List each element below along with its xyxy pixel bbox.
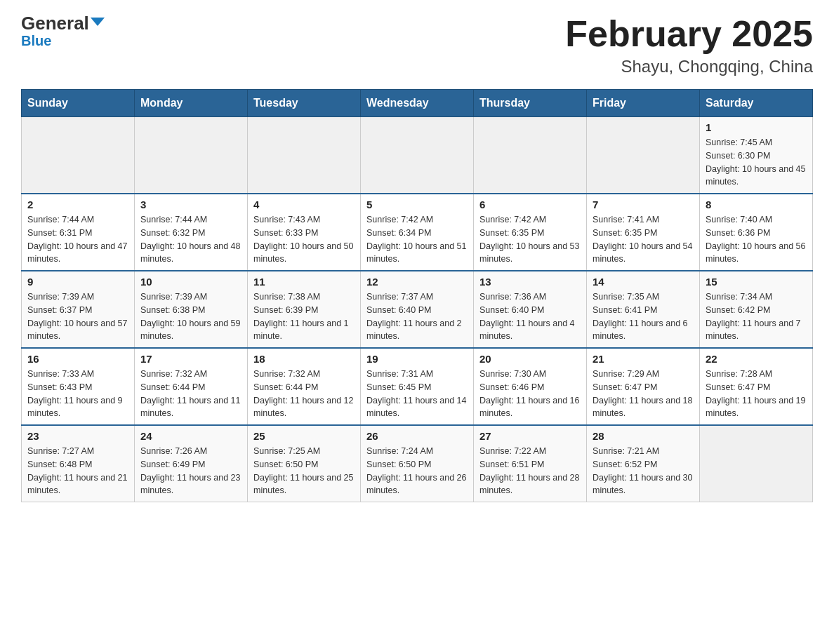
calendar-week-row: 2Sunrise: 7:44 AMSunset: 6:31 PMDaylight… bbox=[22, 194, 813, 271]
calendar-cell bbox=[361, 117, 474, 194]
calendar-cell: 16Sunrise: 7:33 AMSunset: 6:43 PMDayligh… bbox=[22, 348, 135, 425]
calendar-cell: 24Sunrise: 7:26 AMSunset: 6:49 PMDayligh… bbox=[135, 425, 248, 502]
day-number: 26 bbox=[366, 430, 468, 442]
day-of-week-header: Wednesday bbox=[361, 90, 474, 117]
calendar-cell: 13Sunrise: 7:36 AMSunset: 6:40 PMDayligh… bbox=[474, 271, 587, 348]
day-info: Sunrise: 7:27 AMSunset: 6:48 PMDaylight:… bbox=[27, 445, 128, 497]
calendar-cell: 28Sunrise: 7:21 AMSunset: 6:52 PMDayligh… bbox=[587, 425, 700, 502]
day-number: 6 bbox=[479, 199, 581, 210]
day-info: Sunrise: 7:31 AMSunset: 6:45 PMDaylight:… bbox=[366, 368, 468, 420]
day-of-week-header: Friday bbox=[587, 90, 700, 117]
day-info: Sunrise: 7:43 AMSunset: 6:33 PMDaylight:… bbox=[253, 213, 355, 266]
calendar-cell bbox=[474, 117, 587, 194]
day-number: 21 bbox=[593, 353, 694, 365]
day-number: 14 bbox=[593, 276, 694, 288]
logo-text: General bbox=[21, 14, 105, 32]
logo-arrow-icon bbox=[91, 18, 105, 26]
calendar-week-row: 23Sunrise: 7:27 AMSunset: 6:48 PMDayligh… bbox=[22, 425, 813, 502]
calendar-cell: 15Sunrise: 7:34 AMSunset: 6:42 PMDayligh… bbox=[700, 271, 813, 348]
calendar-cell: 7Sunrise: 7:41 AMSunset: 6:35 PMDaylight… bbox=[587, 194, 700, 271]
day-number: 3 bbox=[140, 199, 241, 210]
day-info: Sunrise: 7:44 AMSunset: 6:32 PMDaylight:… bbox=[140, 213, 241, 266]
calendar-cell: 25Sunrise: 7:25 AMSunset: 6:50 PMDayligh… bbox=[248, 425, 361, 502]
calendar-cell bbox=[248, 117, 361, 194]
day-number: 28 bbox=[593, 430, 694, 442]
calendar-cell: 23Sunrise: 7:27 AMSunset: 6:48 PMDayligh… bbox=[22, 425, 135, 502]
calendar-week-row: 16Sunrise: 7:33 AMSunset: 6:43 PMDayligh… bbox=[22, 348, 813, 425]
calendar-cell: 27Sunrise: 7:22 AMSunset: 6:51 PMDayligh… bbox=[474, 425, 587, 502]
calendar-cell bbox=[700, 425, 813, 502]
day-number: 9 bbox=[27, 276, 128, 288]
calendar-cell: 10Sunrise: 7:39 AMSunset: 6:38 PMDayligh… bbox=[135, 271, 248, 348]
day-of-week-header: Tuesday bbox=[248, 90, 361, 117]
day-info: Sunrise: 7:25 AMSunset: 6:50 PMDaylight:… bbox=[253, 445, 355, 497]
day-of-week-header: Sunday bbox=[22, 90, 135, 117]
day-of-week-header: Monday bbox=[135, 90, 248, 117]
day-info: Sunrise: 7:34 AMSunset: 6:42 PMDaylight:… bbox=[706, 290, 807, 343]
calendar-cell: 19Sunrise: 7:31 AMSunset: 6:45 PMDayligh… bbox=[361, 348, 474, 425]
page-title: February 2025 bbox=[565, 14, 813, 54]
day-info: Sunrise: 7:36 AMSunset: 6:40 PMDaylight:… bbox=[479, 290, 581, 343]
day-info: Sunrise: 7:39 AMSunset: 6:37 PMDaylight:… bbox=[27, 290, 128, 343]
calendar-cell: 26Sunrise: 7:24 AMSunset: 6:50 PMDayligh… bbox=[361, 425, 474, 502]
calendar-cell: 9Sunrise: 7:39 AMSunset: 6:37 PMDaylight… bbox=[22, 271, 135, 348]
calendar-cell: 11Sunrise: 7:38 AMSunset: 6:39 PMDayligh… bbox=[248, 271, 361, 348]
day-info: Sunrise: 7:24 AMSunset: 6:50 PMDaylight:… bbox=[366, 445, 468, 497]
day-number: 5 bbox=[366, 199, 468, 210]
day-info: Sunrise: 7:22 AMSunset: 6:51 PMDaylight:… bbox=[479, 445, 581, 497]
day-number: 20 bbox=[479, 353, 581, 365]
calendar-cell: 14Sunrise: 7:35 AMSunset: 6:41 PMDayligh… bbox=[587, 271, 700, 348]
day-info: Sunrise: 7:37 AMSunset: 6:40 PMDaylight:… bbox=[366, 290, 468, 343]
day-number: 15 bbox=[706, 276, 807, 288]
day-number: 22 bbox=[706, 353, 807, 365]
day-number: 18 bbox=[253, 353, 355, 365]
day-of-week-header: Thursday bbox=[474, 90, 587, 117]
logo-blue-label: Blue bbox=[21, 34, 51, 48]
day-info: Sunrise: 7:26 AMSunset: 6:49 PMDaylight:… bbox=[140, 445, 241, 497]
day-number: 11 bbox=[253, 276, 355, 288]
day-number: 10 bbox=[140, 276, 241, 288]
day-info: Sunrise: 7:33 AMSunset: 6:43 PMDaylight:… bbox=[27, 368, 128, 420]
page-header: General Blue February 2025 Shayu, Chongq… bbox=[21, 14, 813, 76]
calendar-cell: 20Sunrise: 7:30 AMSunset: 6:46 PMDayligh… bbox=[474, 348, 587, 425]
day-number: 7 bbox=[593, 199, 694, 210]
day-info: Sunrise: 7:38 AMSunset: 6:39 PMDaylight:… bbox=[253, 290, 355, 343]
day-number: 23 bbox=[27, 430, 128, 442]
day-info: Sunrise: 7:40 AMSunset: 6:36 PMDaylight:… bbox=[706, 213, 807, 266]
calendar-header-row: SundayMondayTuesdayWednesdayThursdayFrid… bbox=[22, 90, 813, 117]
day-number: 19 bbox=[366, 353, 468, 365]
calendar-cell bbox=[22, 117, 135, 194]
day-info: Sunrise: 7:42 AMSunset: 6:35 PMDaylight:… bbox=[479, 213, 581, 266]
calendar-cell: 8Sunrise: 7:40 AMSunset: 6:36 PMDaylight… bbox=[700, 194, 813, 271]
day-info: Sunrise: 7:41 AMSunset: 6:35 PMDaylight:… bbox=[593, 213, 694, 266]
day-info: Sunrise: 7:42 AMSunset: 6:34 PMDaylight:… bbox=[366, 213, 468, 266]
calendar-cell: 12Sunrise: 7:37 AMSunset: 6:40 PMDayligh… bbox=[361, 271, 474, 348]
day-info: Sunrise: 7:32 AMSunset: 6:44 PMDaylight:… bbox=[140, 368, 241, 420]
calendar-cell: 6Sunrise: 7:42 AMSunset: 6:35 PMDaylight… bbox=[474, 194, 587, 271]
day-info: Sunrise: 7:44 AMSunset: 6:31 PMDaylight:… bbox=[27, 213, 128, 266]
day-info: Sunrise: 7:28 AMSunset: 6:47 PMDaylight:… bbox=[706, 368, 807, 420]
day-info: Sunrise: 7:45 AMSunset: 6:30 PMDaylight:… bbox=[706, 136, 807, 189]
day-info: Sunrise: 7:30 AMSunset: 6:46 PMDaylight:… bbox=[479, 368, 581, 420]
calendar-table: SundayMondayTuesdayWednesdayThursdayFrid… bbox=[21, 89, 813, 502]
day-info: Sunrise: 7:35 AMSunset: 6:41 PMDaylight:… bbox=[593, 290, 694, 343]
calendar-week-row: 9Sunrise: 7:39 AMSunset: 6:37 PMDaylight… bbox=[22, 271, 813, 348]
day-info: Sunrise: 7:21 AMSunset: 6:52 PMDaylight:… bbox=[593, 445, 694, 497]
logo: General Blue bbox=[21, 14, 105, 48]
calendar-cell: 4Sunrise: 7:43 AMSunset: 6:33 PMDaylight… bbox=[248, 194, 361, 271]
day-number: 13 bbox=[479, 276, 581, 288]
day-number: 27 bbox=[479, 430, 581, 442]
calendar-cell: 3Sunrise: 7:44 AMSunset: 6:32 PMDaylight… bbox=[135, 194, 248, 271]
day-number: 16 bbox=[27, 353, 128, 365]
calendar-cell: 21Sunrise: 7:29 AMSunset: 6:47 PMDayligh… bbox=[587, 348, 700, 425]
day-number: 17 bbox=[140, 353, 241, 365]
calendar-cell bbox=[135, 117, 248, 194]
day-info: Sunrise: 7:32 AMSunset: 6:44 PMDaylight:… bbox=[253, 368, 355, 420]
day-number: 8 bbox=[706, 199, 807, 210]
page-subtitle: Shayu, Chongqing, China bbox=[565, 57, 813, 76]
day-of-week-header: Saturday bbox=[700, 90, 813, 117]
day-number: 25 bbox=[253, 430, 355, 442]
day-info: Sunrise: 7:39 AMSunset: 6:38 PMDaylight:… bbox=[140, 290, 241, 343]
day-info: Sunrise: 7:29 AMSunset: 6:47 PMDaylight:… bbox=[593, 368, 694, 420]
day-number: 2 bbox=[27, 199, 128, 210]
